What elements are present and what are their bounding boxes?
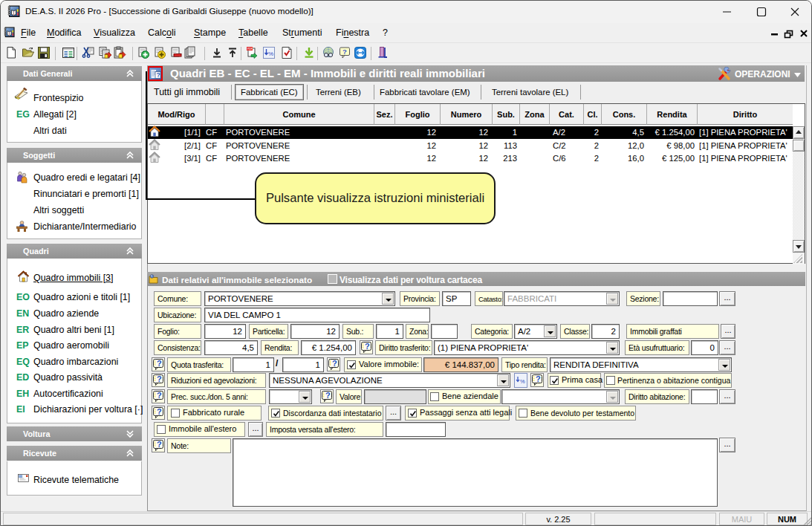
svg-text:?: ? bbox=[156, 71, 160, 78]
svg-text:?: ? bbox=[342, 48, 347, 56]
svg-text:%: % bbox=[520, 378, 525, 385]
svg-text:PDF: PDF bbox=[247, 48, 253, 51]
svg-text:%: % bbox=[268, 51, 273, 57]
